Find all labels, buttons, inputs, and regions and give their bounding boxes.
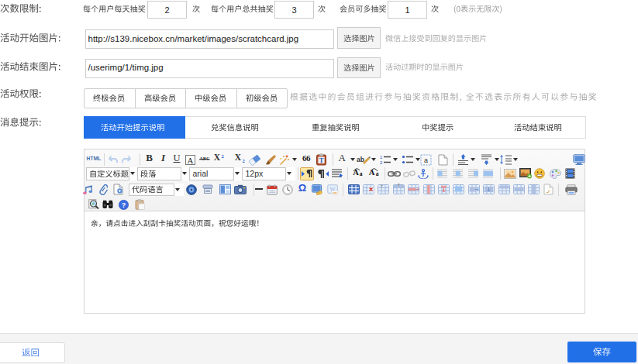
svg-text:?: ? [121, 201, 126, 209]
svg-text:T: T [319, 156, 324, 164]
svg-text:a: a [424, 156, 428, 164]
svg-text:T: T [381, 184, 384, 189]
svg-text:1: 1 [380, 155, 383, 160]
svg-text:2: 2 [380, 160, 383, 165]
